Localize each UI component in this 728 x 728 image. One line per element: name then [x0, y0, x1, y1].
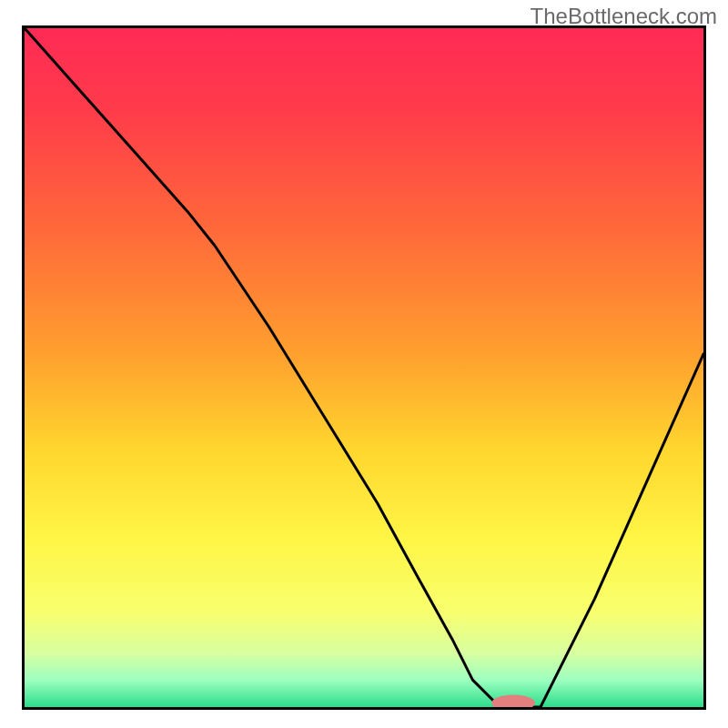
chart-background — [25, 28, 703, 707]
chart-svg — [25, 28, 703, 707]
chart-container — [22, 25, 706, 710]
watermark-text: TheBottleneck.com — [531, 4, 717, 29]
